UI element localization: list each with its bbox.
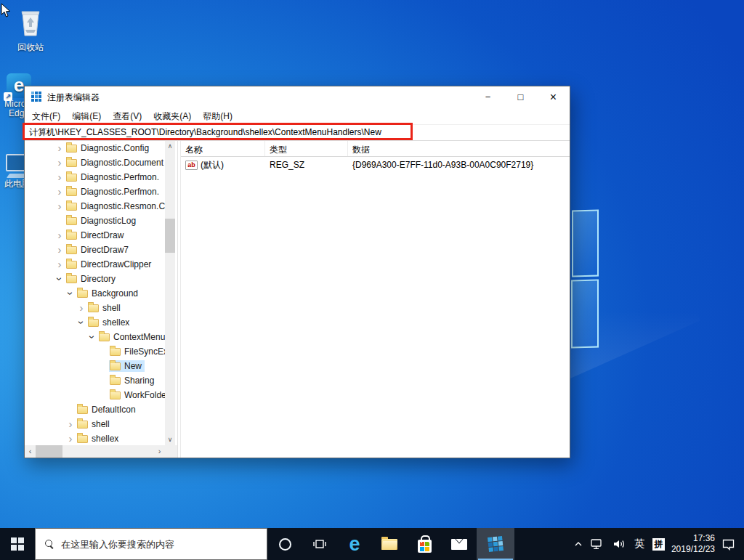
folder-icon xyxy=(99,333,110,341)
tree-item-label: Diagnostic.Resmon.C xyxy=(81,201,165,211)
tree-item-DefaultIcon[interactable]: DefaultIcon xyxy=(25,402,165,417)
tree-item-label: New xyxy=(124,361,142,371)
tree-item-Sharing[interactable]: Sharing xyxy=(25,373,165,388)
network-button[interactable] xyxy=(589,539,606,550)
tree-item-ContextMenuHandlers[interactable]: ›ContextMenuHandlers xyxy=(25,330,165,344)
scroll-down-icon[interactable]: ∨ xyxy=(165,434,175,445)
chevron-right-icon[interactable]: › xyxy=(54,230,65,240)
chevron-right-icon[interactable]: › xyxy=(54,143,65,153)
column-header-type[interactable]: 类型 xyxy=(265,141,348,156)
tray-expand-button[interactable] xyxy=(573,541,584,547)
menu-item-4[interactable]: 帮助(H) xyxy=(197,110,238,123)
taskbar-search[interactable] xyxy=(35,528,267,560)
task-view-button[interactable] xyxy=(302,528,337,560)
chevron-right-icon[interactable]: › xyxy=(65,419,76,429)
address-bar[interactable]: 计算机\HKEY_CLASSES_ROOT\Directory\Backgrou… xyxy=(25,124,570,141)
menu-item-3[interactable]: 收藏夹(A) xyxy=(147,110,197,123)
ime-language-button[interactable]: 英 xyxy=(633,537,646,551)
taskbar-edge-button[interactable]: e xyxy=(337,528,372,560)
tree-horizontal-scrollbar[interactable]: ‹ › xyxy=(25,445,165,458)
tree-item-DirectDrawClipper[interactable]: ›DirectDrawClipper xyxy=(25,257,165,272)
chevron-down-icon[interactable]: › xyxy=(54,273,65,285)
tree-item-label: Directory xyxy=(81,274,116,284)
windows-logo-icon xyxy=(11,537,24,551)
tree-item-New[interactable]: New xyxy=(25,359,165,373)
chevron-right-icon[interactable]: › xyxy=(54,201,65,211)
vertical-scroll-thumb[interactable] xyxy=(165,219,175,253)
value-row[interactable]: ab(默认)REG_SZ{D969A300-E7FF-11d0-A93B-00A… xyxy=(181,157,570,173)
volume-button[interactable] xyxy=(611,539,628,549)
folder-icon xyxy=(66,261,77,269)
tree-item-Directory[interactable]: ›Directory xyxy=(25,272,165,286)
menu-item-2[interactable]: 查看(V) xyxy=(107,110,147,123)
ime-mode-button[interactable]: 拼 xyxy=(651,538,666,551)
start-button[interactable] xyxy=(0,528,35,560)
tree-item-Diagnostic.Perfmon.[interactable]: ›Diagnostic.Perfmon. xyxy=(25,184,165,199)
title-bar[interactable]: 注册表编辑器 − □ × xyxy=(25,86,570,108)
search-input[interactable] xyxy=(61,539,250,550)
chevron-down-icon[interactable]: › xyxy=(87,331,97,343)
tree-item-Diagnostic.Perfmon.[interactable]: ›Diagnostic.Perfmon. xyxy=(25,170,165,184)
maximize-button[interactable]: □ xyxy=(504,86,537,108)
tree-item-label: Diagnostic.Perfmon. xyxy=(81,187,159,197)
tree-item-DirectDraw7[interactable]: ›DirectDraw7 xyxy=(25,243,165,257)
shortcut-arrow-icon: ↗ xyxy=(4,92,12,101)
cortana-icon xyxy=(279,538,291,551)
taskbar-store-button[interactable] xyxy=(407,528,442,560)
chevron-right-icon[interactable]: › xyxy=(54,158,65,168)
minimize-button[interactable]: − xyxy=(472,86,504,108)
chevron-right-icon[interactable]: › xyxy=(54,245,65,255)
desktop-icon-recycle-bin[interactable]: 回收站 xyxy=(10,6,51,52)
registry-tree: ›Diagnostic.Config›Diagnostic.Document›D… xyxy=(25,141,165,446)
column-header-data[interactable]: 数据 xyxy=(348,141,570,156)
system-tray: 英 拼 17:36 2019/12/23 xyxy=(573,528,744,560)
taskbar-clock[interactable]: 17:36 2019/12/23 xyxy=(671,533,715,555)
tree-item-Background[interactable]: ›Background xyxy=(25,286,165,301)
chevron-down-icon[interactable]: › xyxy=(76,317,86,328)
tree-item-shell[interactable]: ›shell xyxy=(25,301,165,315)
folder-icon xyxy=(66,275,77,283)
tree-item-label: Background xyxy=(92,288,138,299)
chevron-right-icon[interactable]: › xyxy=(76,303,87,313)
chevron-down-icon[interactable]: › xyxy=(65,288,76,299)
menu-item-1[interactable]: 编辑(E) xyxy=(66,110,107,123)
wallpaper-logo-pane-bottom xyxy=(571,280,599,349)
tree-item-shell[interactable]: ›shell xyxy=(25,417,165,431)
wallpaper-logo-pane-top xyxy=(572,210,599,277)
store-icon xyxy=(418,540,432,553)
tree-item-DiagnosticLog[interactable]: DiagnosticLog xyxy=(25,214,165,228)
scroll-left-icon[interactable]: ‹ xyxy=(25,445,36,458)
close-button[interactable]: × xyxy=(537,86,570,108)
tree-item-Diagnostic.Resmon.C[interactable]: ›Diagnostic.Resmon.C xyxy=(25,199,165,214)
column-header-name[interactable]: 名称 xyxy=(181,141,265,156)
tree-item-label: DiagnosticLog xyxy=(81,216,136,226)
taskbar-file-explorer-button[interactable] xyxy=(372,528,407,560)
horizontal-scroll-thumb[interactable] xyxy=(36,445,62,458)
chevron-right-icon[interactable]: › xyxy=(54,259,65,269)
folder-icon xyxy=(77,406,88,414)
taskbar-regedit-button[interactable] xyxy=(477,528,514,560)
values-panel: 名称类型数据 ab(默认)REG_SZ{D969A300-E7FF-11d0-A… xyxy=(181,141,570,458)
chevron-right-icon[interactable]: › xyxy=(54,172,65,182)
scroll-up-icon[interactable]: ∧ xyxy=(165,141,175,152)
menu-item-0[interactable]: 文件(F) xyxy=(26,110,66,123)
action-center-button[interactable] xyxy=(720,538,737,551)
tree-item-DirectDraw[interactable]: ›DirectDraw xyxy=(25,228,165,243)
tree-item-Diagnostic.Config[interactable]: ›Diagnostic.Config xyxy=(25,141,165,155)
cortana-button[interactable] xyxy=(267,528,302,560)
taskbar-mail-button[interactable] xyxy=(442,528,477,560)
tree-item-label: Diagnostic.Document xyxy=(81,158,163,168)
tree-item-shellex[interactable]: ›shellex xyxy=(25,431,165,446)
folder-icon xyxy=(66,145,77,153)
chevron-right-icon[interactable]: › xyxy=(54,187,65,197)
tree-item-shellex[interactable]: ›shellex xyxy=(25,315,165,330)
scroll-right-icon[interactable]: › xyxy=(154,445,165,458)
tree-item-WorkFolders[interactable]: WorkFolders xyxy=(25,388,165,402)
tree-item-FileSyncEx[interactable]: FileSyncEx xyxy=(25,344,165,359)
tree-vertical-scrollbar[interactable]: ∧ ∨ xyxy=(165,141,175,445)
tree-item-label: shell xyxy=(102,303,121,313)
folder-icon xyxy=(66,217,77,225)
chevron-right-icon[interactable]: › xyxy=(65,434,76,444)
tree-item-Diagnostic.Document[interactable]: ›Diagnostic.Document xyxy=(25,155,165,170)
tree-item-label: shellex xyxy=(102,317,129,328)
